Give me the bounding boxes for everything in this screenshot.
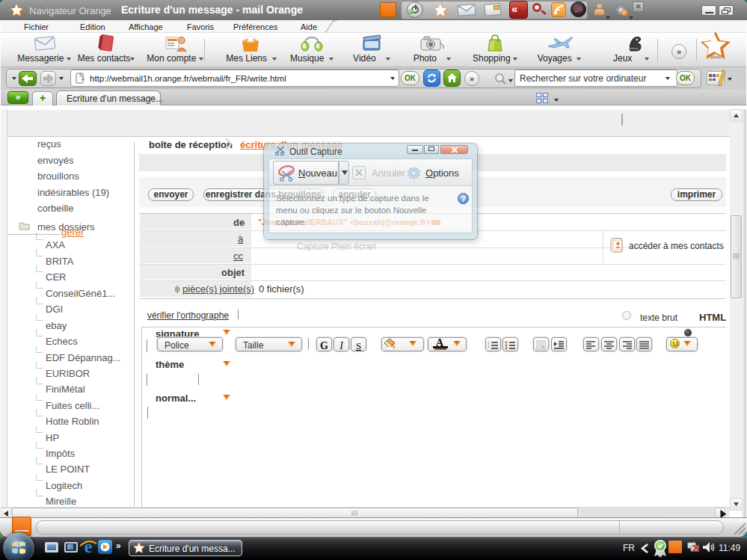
svg-text:2: 2 <box>488 344 490 348</box>
svg-text:+: + <box>541 344 545 350</box>
